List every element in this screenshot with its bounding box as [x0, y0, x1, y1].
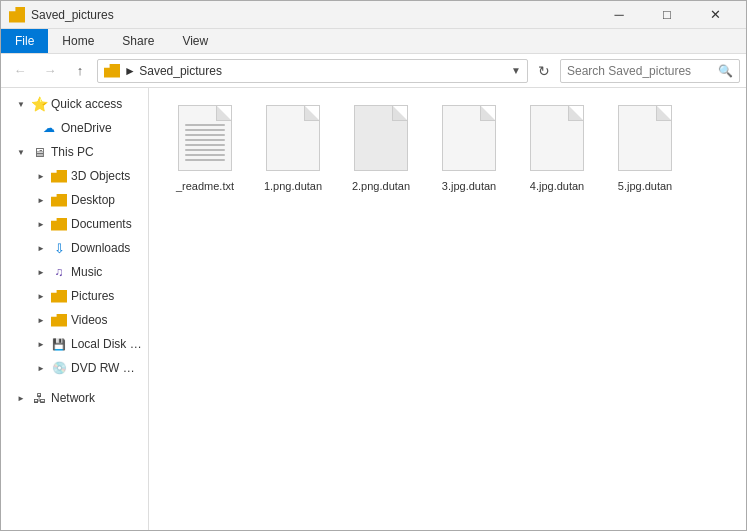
folder-downloads-icon: ⇩ — [51, 240, 67, 256]
sidebar-label-videos: Videos — [71, 313, 107, 327]
sidebar-label-documents: Documents — [71, 217, 132, 231]
chevron-spacer: ► — [37, 292, 47, 301]
refresh-button[interactable]: ↻ — [532, 59, 556, 83]
sidebar-item-this-pc[interactable]: ▼ 🖥 This PC — [1, 140, 148, 164]
file-icon-3 — [439, 105, 499, 175]
file-icon-5 — [615, 105, 675, 175]
address-text: ► Saved_pictures — [124, 64, 507, 78]
file-name-3: 3.jpg.dutan — [442, 179, 496, 193]
cloud-icon: ☁ — [41, 120, 57, 136]
sidebar-label-music: Music — [71, 265, 102, 279]
address-bar: ← → ↑ ► Saved_pictures ▼ ↻ 🔍 — [1, 54, 746, 88]
tab-home[interactable]: Home — [48, 29, 108, 53]
chevron-icon-net: ► — [17, 394, 27, 403]
sidebar-item-dvd-drive[interactable]: ► 💿 DVD RW Drive (E:) N — [1, 356, 148, 380]
file-name-2: 2.png.dutan — [352, 179, 410, 193]
sidebar-label-downloads: Downloads — [71, 241, 130, 255]
file-name-1: 1.png.dutan — [264, 179, 322, 193]
main-layout: ▼ ⭐ Quick access ☁ OneDrive ▼ 🖥 This PC … — [1, 88, 746, 531]
file-item-1[interactable]: 1.png.dutan — [253, 100, 333, 198]
file-item-2[interactable]: 2.png.dutan — [341, 100, 421, 198]
tab-share[interactable]: Share — [108, 29, 168, 53]
folder-desktop-icon — [51, 192, 67, 208]
file-item-readme[interactable]: _readme.txt — [165, 100, 245, 198]
disk-icon: 💾 — [51, 336, 67, 352]
sidebar-item-music[interactable]: ► ♫ Music — [1, 260, 148, 284]
sidebar-label-quick-access: Quick access — [51, 97, 122, 111]
pc-icon: 🖥 — [31, 144, 47, 160]
folder-vids-icon — [51, 312, 67, 328]
title-bar: Saved_pictures ─ □ ✕ — [1, 1, 746, 29]
file-item-5[interactable]: 5.jpg.dutan — [605, 100, 685, 198]
ribbon: File Home Share View — [1, 29, 746, 54]
file-icon-readme — [175, 105, 235, 175]
search-icon: 🔍 — [718, 64, 733, 78]
tab-file[interactable]: File — [1, 29, 48, 53]
sidebar-item-videos[interactable]: ► Videos — [1, 308, 148, 332]
sidebar-item-pictures[interactable]: ► Pictures — [1, 284, 148, 308]
sidebar-item-quick-access[interactable]: ▼ ⭐ Quick access — [1, 92, 148, 116]
file-item-3[interactable]: 3.jpg.dutan — [429, 100, 509, 198]
title-bar-left: Saved_pictures — [9, 7, 114, 23]
address-folder-icon — [104, 64, 120, 78]
window-title: Saved_pictures — [31, 8, 114, 22]
sidebar-label-3dobjects: 3D Objects — [71, 169, 130, 183]
chevron-spacer: ► — [37, 196, 47, 205]
sidebar: ▼ ⭐ Quick access ☁ OneDrive ▼ 🖥 This PC … — [1, 88, 149, 531]
chevron-icon: ▼ — [17, 100, 27, 109]
folder-docs-icon — [51, 216, 67, 232]
sidebar-item-network[interactable]: ► 🖧 Network — [1, 386, 148, 410]
close-button[interactable]: ✕ — [692, 1, 738, 29]
file-area: _readme.txt 1.png.dutan 2.png.dutan — [149, 88, 746, 531]
folder-3d-icon — [51, 168, 67, 184]
sidebar-label-desktop: Desktop — [71, 193, 115, 207]
file-icon-1 — [263, 105, 323, 175]
address-dropdown-icon[interactable]: ▼ — [511, 65, 521, 76]
search-box[interactable]: 🔍 — [560, 59, 740, 83]
dvd-icon: 💿 — [51, 360, 67, 376]
file-name-readme: _readme.txt — [176, 179, 234, 193]
chevron-icon-pc: ▼ — [17, 148, 27, 157]
sidebar-item-3dobjects[interactable]: ► 3D Objects — [1, 164, 148, 188]
search-input[interactable] — [567, 64, 718, 78]
sidebar-item-onedrive[interactable]: ☁ OneDrive — [1, 116, 148, 140]
file-name-4: 4.jpg.dutan — [530, 179, 584, 193]
chevron-spacer: ► — [37, 268, 47, 277]
file-icon-4 — [527, 105, 587, 175]
folder-pics-icon — [51, 288, 67, 304]
folder-title-icon — [9, 7, 25, 23]
back-button[interactable]: ← — [7, 58, 33, 84]
sidebar-item-downloads[interactable]: ► ⇩ Downloads — [1, 236, 148, 260]
chevron-spacer: ► — [37, 172, 47, 181]
sidebar-label-local-disk: Local Disk (C:) — [71, 337, 142, 351]
chevron-spacer: ► — [37, 244, 47, 253]
sidebar-label-onedrive: OneDrive — [61, 121, 112, 135]
sidebar-item-documents[interactable]: ► Documents — [1, 212, 148, 236]
ribbon-tabs: File Home Share View — [1, 29, 746, 53]
sidebar-label-network: Network — [51, 391, 95, 405]
chevron-spacer: ► — [37, 364, 47, 373]
minimize-button[interactable]: ─ — [596, 1, 642, 29]
forward-button[interactable]: → — [37, 58, 63, 84]
network-icon: 🖧 — [31, 390, 47, 406]
sidebar-item-local-disk[interactable]: ► 💾 Local Disk (C:) — [1, 332, 148, 356]
file-item-4[interactable]: 4.jpg.dutan — [517, 100, 597, 198]
address-input[interactable]: ► Saved_pictures ▼ — [97, 59, 528, 83]
chevron-spacer: ► — [37, 316, 47, 325]
file-name-5: 5.jpg.dutan — [618, 179, 672, 193]
sidebar-label-this-pc: This PC — [51, 145, 94, 159]
star-icon: ⭐ — [31, 96, 47, 112]
tab-view[interactable]: View — [168, 29, 222, 53]
chevron-spacer: ► — [37, 220, 47, 229]
file-icon-2 — [351, 105, 411, 175]
up-button[interactable]: ↑ — [67, 58, 93, 84]
sidebar-label-dvd-drive: DVD RW Drive (E:) N — [71, 361, 142, 375]
sidebar-item-desktop[interactable]: ► Desktop — [1, 188, 148, 212]
chevron-spacer: ► — [37, 340, 47, 349]
music-icon: ♫ — [51, 264, 67, 280]
window-controls: ─ □ ✕ — [596, 1, 738, 29]
sidebar-label-pictures: Pictures — [71, 289, 114, 303]
maximize-button[interactable]: □ — [644, 1, 690, 29]
